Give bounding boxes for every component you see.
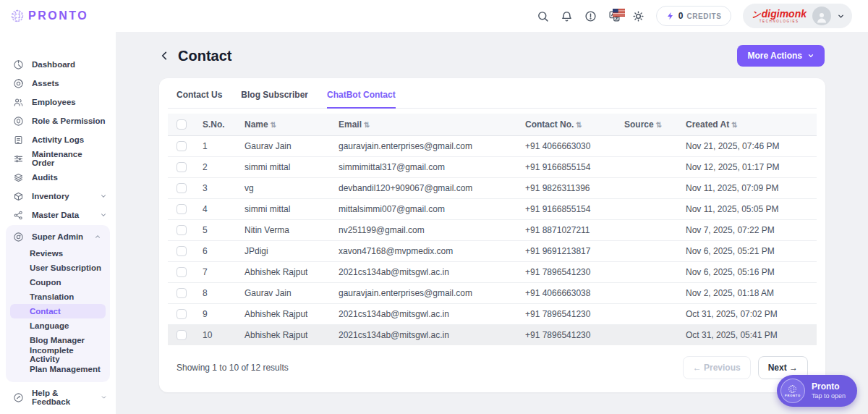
cell-email: devbandil120+909067@gmail.com xyxy=(333,177,519,198)
sidebar-subitem-translation[interactable]: Translation xyxy=(10,290,106,304)
org-logo: digimonk TECHNOLOGIES xyxy=(752,9,807,24)
row-checkbox[interactable] xyxy=(176,225,187,235)
sidebar-subitem-contact[interactable]: Contact xyxy=(10,304,106,318)
tab-bar: Contact UsBlog SubscriberChatBot Contact xyxy=(168,85,817,109)
chevron-down-icon xyxy=(837,12,845,20)
table-row[interactable]: 9 Abhishek Rajput 2021cs134ab@mitsgwl.ac… xyxy=(168,303,817,324)
credits-pill[interactable]: 0 CREDITS xyxy=(656,6,732,26)
sort-icon[interactable]: ⇅ xyxy=(656,121,662,129)
sidebar-subitem-blog-manager[interactable]: Blog Manager xyxy=(10,333,106,347)
table-row[interactable]: 4 simmi mittal mittalsimmi007@gmail.com … xyxy=(168,198,817,219)
sidebar-item-inventory[interactable]: Inventory xyxy=(0,187,116,206)
chat-widget-title: Pronto xyxy=(812,381,846,392)
profile-menu[interactable]: digimonk TECHNOLOGIES xyxy=(743,4,852,28)
column-header-contact-no[interactable]: Contact No.⇅ xyxy=(519,114,618,135)
back-icon[interactable] xyxy=(159,50,171,62)
sidebar-subitem-plan-management[interactable]: Plan Management xyxy=(10,362,106,376)
sidebar-item-label: Inventory xyxy=(32,192,69,200)
cell-contact: +91 7896541230 xyxy=(519,303,618,324)
sidebar-item-role-permission[interactable]: Role & Permission xyxy=(0,111,116,130)
row-checkbox[interactable] xyxy=(176,330,187,340)
cell-contact: +91 9691213817 xyxy=(519,240,618,261)
sort-icon[interactable]: ⇅ xyxy=(364,121,370,129)
main-content: Contact More Actions Contact UsBlog Subs… xyxy=(116,32,868,414)
sidebar-subitem-user-subscription[interactable]: User Subscription xyxy=(10,261,106,275)
sidebar-subitem-incomplete-activity[interactable]: Incomplete Activity xyxy=(10,347,106,362)
sidebar-item-activity-logs[interactable]: Activity Logs xyxy=(0,130,116,149)
cell-email: 2021cs134ab@mitsgwl.ac.in xyxy=(333,303,519,324)
more-actions-button[interactable]: More Actions xyxy=(737,45,825,67)
row-checkbox[interactable] xyxy=(176,204,187,214)
bolt-icon xyxy=(666,12,675,20)
sidebar-item-label: Role & Permission xyxy=(32,117,106,125)
row-checkbox[interactable] xyxy=(176,246,187,256)
sidebar-subitem-label: Contact xyxy=(30,307,61,316)
sidebar-item-maintenance-order[interactable]: Maintenance Order xyxy=(0,149,116,168)
cell-source xyxy=(618,261,680,282)
cell-created-at: Oct 31, 2025, 07:02 PM xyxy=(680,303,817,324)
table-row[interactable]: 1 Gaurav Jain gauravjain.enterprises@gma… xyxy=(168,135,817,156)
sidebar-item-audits[interactable]: Audits xyxy=(0,168,116,187)
cell-created-at: Nov 6, 2025, 05:21 PM xyxy=(680,240,817,261)
cell-email: nv251199@gmail.com xyxy=(333,219,519,240)
table-row[interactable]: 8 Gaurav Jain gauravjain.enterprises@gma… xyxy=(168,282,817,303)
cell-name: Gaurav Jain xyxy=(239,135,333,156)
info-icon[interactable] xyxy=(584,10,597,22)
sidebar-subitem-language[interactable]: Language xyxy=(10,318,106,333)
sort-icon[interactable]: ⇅ xyxy=(271,121,276,129)
table-row[interactable]: 6 JPdigi xavon47168@mvpmedix.com +91 969… xyxy=(168,240,817,261)
inventory-icon xyxy=(13,191,24,202)
sidebar-subitem-reviews[interactable]: Reviews xyxy=(10,246,106,261)
app-logo[interactable]: PRONTO xyxy=(0,9,88,23)
row-checkbox[interactable] xyxy=(176,288,187,298)
tab-blog-subscriber[interactable]: Blog Subscriber xyxy=(241,90,308,109)
previous-button[interactable]: ← Previous xyxy=(683,356,751,379)
master-data-icon xyxy=(13,210,24,221)
dashboard-icon xyxy=(13,59,24,70)
sidebar-item-label: Assets xyxy=(32,79,59,88)
cell-contact: +91 8871027211 xyxy=(519,219,618,240)
language-icon[interactable] xyxy=(608,10,621,22)
sort-icon[interactable]: ⇅ xyxy=(576,121,582,129)
cell-created-at: Nov 12, 2025, 01:17 PM xyxy=(680,156,817,177)
cell-name: JPdigi xyxy=(239,240,333,261)
row-checkbox[interactable] xyxy=(176,309,187,319)
sidebar-item-super-admin[interactable]: Super Admin xyxy=(6,227,110,246)
table-header-row: S.No.Name⇅Email⇅Contact No.⇅Source⇅Creat… xyxy=(168,114,817,135)
tab-chatbot-contact[interactable]: ChatBot Contact xyxy=(327,90,396,109)
sort-icon[interactable]: ⇅ xyxy=(731,121,737,129)
sidebar-item-employees[interactable]: Employees xyxy=(0,93,116,111)
cell-name: Nitin Verma xyxy=(239,219,333,240)
notifications-icon[interactable] xyxy=(561,10,573,22)
search-icon[interactable] xyxy=(537,10,549,22)
cell-email: gauravjain.enterprises@gmail.com xyxy=(333,282,519,303)
sidebar-item-help-feedback[interactable]: Help & Feedback xyxy=(0,388,116,407)
sidebar: Dashboard Assets Employees Role & Permis… xyxy=(0,32,116,414)
sidebar-item-assets[interactable]: Assets xyxy=(0,74,116,93)
row-checkbox[interactable] xyxy=(176,183,187,193)
column-header-source[interactable]: Source⇅ xyxy=(618,114,680,135)
sidebar-subitem-coupon[interactable]: Coupon xyxy=(10,275,106,290)
sidebar-item-dashboard[interactable]: Dashboard xyxy=(0,55,116,74)
tab-contact-us[interactable]: Contact Us xyxy=(176,90,222,109)
table-row[interactable]: 3 vg devbandil120+909067@gmail.com +91 9… xyxy=(168,177,817,198)
cell-email: xavon47168@mvpmedix.com xyxy=(333,240,519,261)
sidebar-item-master-data[interactable]: Master Data xyxy=(0,206,116,224)
table-row[interactable]: 7 Abhishek Rajput 2021cs134ab@mitsgwl.ac… xyxy=(168,261,817,282)
select-all-checkbox[interactable] xyxy=(176,119,187,130)
column-header-name[interactable]: Name⇅ xyxy=(239,114,333,135)
cell-source xyxy=(618,198,680,219)
table-row[interactable]: 5 Nitin Verma nv251199@gmail.com +91 887… xyxy=(168,219,817,240)
theme-icon[interactable] xyxy=(632,10,644,22)
row-checkbox[interactable] xyxy=(176,267,187,277)
column-header-email[interactable]: Email⇅ xyxy=(333,114,519,135)
row-checkbox[interactable] xyxy=(176,141,187,151)
sidebar-subitem-label: Reviews xyxy=(30,249,63,258)
table-row[interactable]: 2 simmi mittal simmimittal317@gmail.com … xyxy=(168,156,817,177)
sidebar-group-super-admin: Super Admin Reviews User Subscription Co… xyxy=(6,225,110,382)
row-checkbox[interactable] xyxy=(176,162,187,172)
column-header-created-at[interactable]: Created At⇅ xyxy=(680,114,817,135)
table-row[interactable]: 10 Abhishek Rajput 2021cs134ab@mitsgwl.a… xyxy=(168,324,817,345)
chat-widget-subtitle: Tap to open xyxy=(812,392,846,400)
chat-widget-button[interactable]: PRONTO Pronto Tap to open xyxy=(777,375,857,407)
